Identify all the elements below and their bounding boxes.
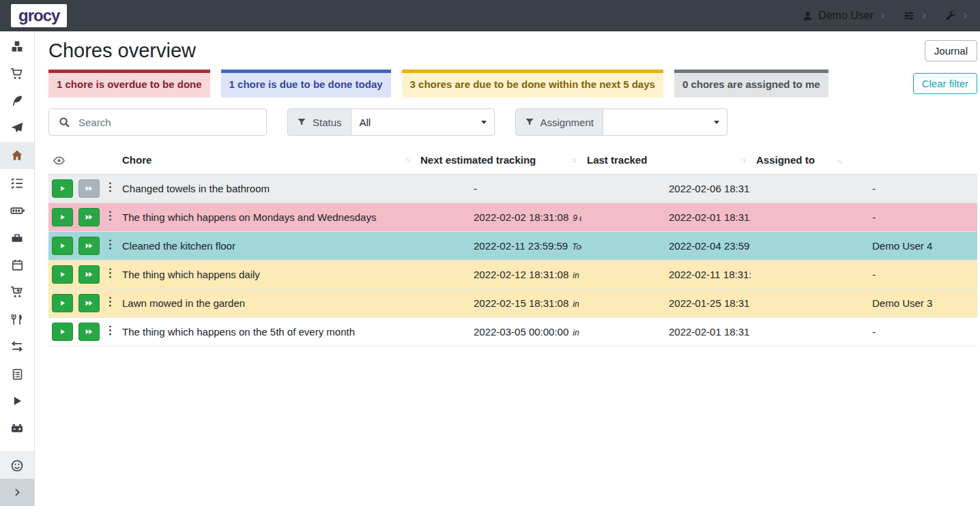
sidebar-item-exchange-arrows[interactable] [0, 333, 34, 360]
search-group [48, 108, 267, 136]
play-icon [59, 328, 66, 336]
fast-forward-icon [85, 184, 93, 193]
skip-chore-button[interactable] [78, 294, 100, 312]
table-header-row: Chore ↑↓ Next estimated tracking ↑↓ Last… [48, 145, 977, 174]
chore-name: Changed towels in the bathroom [117, 174, 415, 203]
last-tracked-time: 2022-02-06 18:31:08 [669, 183, 751, 194]
status-select[interactable]: All [351, 108, 495, 136]
sidebar-item-boxes[interactable] [0, 33, 34, 60]
skip-chore-button[interactable] [78, 265, 100, 284]
sidebar-item-home[interactable] [0, 142, 34, 169]
track-chore-button[interactable] [52, 208, 73, 226]
chore-name: The thing which happens on the 5th of ev… [117, 317, 415, 346]
track-chore-button[interactable] [52, 237, 73, 255]
feather-icon [10, 94, 24, 108]
table-row: Lawn mowed in the garden 2022-02-15 18:3… [48, 288, 977, 317]
table-row: Cleaned the kitchen floor 2022-02-11 23:… [48, 231, 977, 260]
row-menu-button[interactable] [105, 323, 115, 340]
user-menu[interactable]: Demo User [802, 10, 887, 22]
next-tracking-time: 2022-02-12 18:31:08 [474, 269, 568, 280]
sidebar-item-tasks[interactable] [0, 169, 34, 196]
sidebar-item-play[interactable] [0, 387, 34, 415]
column-header-chore[interactable]: Chore ↑↓ [117, 145, 415, 174]
sidebar-item-paper-plane[interactable] [0, 115, 34, 142]
sidebar-item-smiley[interactable] [0, 451, 34, 479]
user-menu-label: Demo User [818, 10, 874, 22]
sidebar-item-utensils[interactable] [0, 306, 34, 333]
summary-cards-row: 1 chore is overdue to be done 1 chore is… [48, 70, 977, 98]
kebab-menu-icon [109, 181, 112, 193]
chore-name: Cleaned the kitchen floor [117, 231, 415, 260]
last-tracked-time: 2022-02-04 23:59:59 [669, 240, 751, 252]
boxes-icon [10, 40, 24, 53]
assigned-to: Demo User 3 [751, 288, 977, 317]
assigned-to-me-card[interactable]: 0 chores are assigned to me [674, 70, 828, 98]
search-input[interactable] [77, 116, 266, 129]
column-header-next-estimated-tracking[interactable]: Next estimated tracking ↑↓ [415, 145, 581, 174]
car-battery-icon [10, 421, 24, 435]
column-header-assigned-to[interactable]: Assigned to ↑↓ [751, 145, 977, 174]
sort-icon: ↑↓ [405, 155, 409, 164]
overdue-card[interactable]: 1 chore is overdue to be done [48, 70, 210, 98]
calendar-icon [11, 258, 24, 271]
assigned-to: - [751, 174, 977, 203]
skip-chore-button[interactable] [78, 208, 100, 226]
fast-forward-icon [85, 270, 93, 279]
sidebar-item-toolbox[interactable] [0, 224, 34, 251]
row-menu-button[interactable] [105, 266, 115, 282]
eye-icon[interactable] [53, 154, 66, 167]
sort-icon: ↑↓ [740, 155, 745, 164]
track-chore-button[interactable] [52, 265, 73, 284]
chevron-right-icon [12, 487, 23, 498]
sidebar-item-shopping-cart[interactable] [0, 60, 34, 87]
journal-button[interactable]: Journal [925, 40, 977, 61]
sidebar-item-feather[interactable] [0, 87, 34, 115]
skip-chore-button[interactable] [78, 179, 100, 198]
shopping-cart-icon [10, 67, 24, 80]
fast-forward-icon [85, 213, 93, 222]
track-chore-button[interactable] [52, 179, 73, 198]
assigned-to: - [751, 317, 977, 346]
settings-menu[interactable] [903, 10, 928, 22]
kebab-menu-icon [109, 325, 112, 336]
skip-chore-button[interactable] [78, 323, 100, 341]
play-icon [59, 242, 66, 250]
row-menu-button[interactable] [105, 209, 115, 225]
kebab-menu-icon [109, 267, 112, 279]
row-menu-button[interactable] [105, 180, 115, 196]
sidebar-expand-toggle[interactable] [0, 479, 34, 506]
last-tracked-time: 2022-02-01 18:31:08 [669, 211, 751, 223]
row-menu-button[interactable] [105, 295, 115, 311]
next-tracking-time: 2022-02-11 23:59:59 [474, 240, 568, 252]
sidebar-item-car-battery[interactable] [0, 415, 34, 442]
due-soon-card[interactable]: 3 chores are due to be done within the n… [402, 70, 663, 98]
table-row: The thing which happens daily 2022-02-12… [48, 260, 977, 288]
sidebar-item-battery[interactable] [0, 196, 34, 224]
toolbox-icon [10, 230, 24, 244]
sidebar-item-clipboard-list[interactable] [0, 360, 34, 387]
track-chore-button[interactable] [52, 323, 73, 341]
status-select-value: All [360, 117, 371, 128]
play-icon [59, 299, 66, 307]
play-icon [59, 185, 66, 192]
assignment-select[interactable] [603, 108, 727, 136]
sort-icon: ↑↓ [571, 155, 576, 164]
app-logo-text: grocy [18, 8, 59, 24]
tasks-icon [10, 176, 24, 190]
sidebar-item-calendar[interactable] [0, 251, 34, 278]
app-logo[interactable]: grocy [11, 4, 67, 27]
due-today-card[interactable]: 1 chore is due to be done today [221, 70, 391, 98]
skip-chore-button[interactable] [78, 237, 100, 255]
clear-filter-button[interactable]: Clear filter [913, 73, 977, 94]
wrench-icon [945, 10, 956, 22]
kebab-menu-icon [109, 210, 112, 222]
sidebar-item-cart-plus[interactable] [0, 278, 34, 306]
admin-menu[interactable] [945, 10, 969, 22]
clipboard-list-icon [11, 368, 24, 381]
kebab-menu-icon [109, 296, 112, 308]
assigned-to: Demo User 4 [751, 231, 977, 260]
row-menu-button[interactable] [105, 237, 115, 254]
table-row: The thing which happens on Mondays and W… [48, 203, 977, 231]
column-header-last-tracked[interactable]: Last tracked ↑↓ [581, 145, 751, 174]
track-chore-button[interactable] [52, 294, 73, 312]
